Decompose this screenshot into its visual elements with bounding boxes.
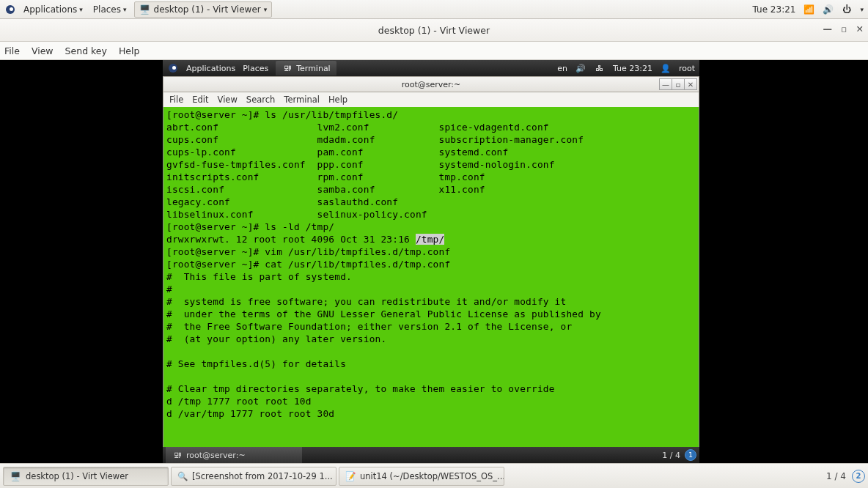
- network-icon[interactable]: 🖧: [594, 62, 606, 74]
- guest-desktop: Applications Places 🖳 Terminal en 🔊 🖧 Tu…: [163, 60, 699, 463]
- image-viewer-icon: 🔍: [177, 470, 188, 482]
- terminal-icon: 🖳: [282, 62, 293, 74]
- guest-taskbar-item[interactable]: 🖳 root@server:~: [166, 447, 302, 463]
- terminal-minimize-button[interactable]: —: [659, 78, 672, 90]
- window-list-label: desktop (1) - Virt Viewer: [154, 4, 261, 15]
- workspace-indicator[interactable]: 1 / 4: [826, 471, 846, 481]
- guest-clock[interactable]: Tue 23:21: [613, 64, 652, 73]
- workspace-indicator[interactable]: 1 / 4: [662, 451, 680, 460]
- menu-sendkey[interactable]: Send key: [65, 45, 107, 56]
- guest-places-menu[interactable]: Places: [243, 64, 268, 73]
- display-icon: 🖥️: [10, 470, 21, 482]
- terminal-maximize-button[interactable]: ▫: [672, 78, 685, 90]
- vm-display-viewport: Applications Places 🖳 Terminal en 🔊 🖧 Tu…: [0, 60, 868, 463]
- virt-viewer-titlebar: desktop (1) - Virt Viewer — ▫ ✕: [0, 19, 868, 42]
- menu-file[interactable]: File: [4, 45, 20, 56]
- term-menu-terminal[interactable]: Terminal: [284, 95, 320, 105]
- host-top-panel: Applications ▾ Places ▾ 🖥️ desktop (1) -…: [0, 0, 868, 19]
- user-icon: 👤: [660, 62, 672, 74]
- term-menu-search[interactable]: Search: [246, 95, 276, 105]
- taskbar-item-virtviewer[interactable]: 🖥️ desktop (1) - Virt Viewer: [3, 467, 169, 486]
- notification-badge[interactable]: 1: [685, 449, 696, 461]
- terminal-title-label: root@server:~: [402, 80, 461, 89]
- taskbar-item-screenshot[interactable]: 🔍 [Screenshot from 2017-10-29 1...: [171, 467, 336, 486]
- notification-badge[interactable]: 2: [852, 470, 865, 483]
- terminal-titlebar: root@server:~ — ▫ ✕: [163, 76, 699, 92]
- taskbar-label: desktop (1) - Virt Viewer: [26, 471, 128, 481]
- menu-help[interactable]: Help: [119, 45, 140, 56]
- text-editor-icon: 📝: [345, 470, 356, 482]
- taskbar-item-editor[interactable]: 📝 unit14 (~/Desktop/WESTOS_OS_...: [339, 467, 504, 486]
- keyboard-layout-label[interactable]: en: [557, 64, 567, 73]
- terminal-icon: 🖳: [172, 449, 183, 461]
- terminal-window: root@server:~ — ▫ ✕ File Edit View Searc…: [163, 76, 699, 450]
- virt-viewer-menubar: File View Send key Help: [0, 42, 868, 60]
- volume-icon[interactable]: 🔊: [575, 62, 586, 74]
- maximize-button[interactable]: ▫: [841, 23, 847, 34]
- clock-label[interactable]: Tue 23:21: [753, 4, 796, 15]
- terminal-menubar: File Edit View Search Terminal Help: [163, 92, 699, 107]
- volume-icon[interactable]: 🔊: [822, 4, 834, 15]
- term-menu-file[interactable]: File: [169, 95, 183, 105]
- guest-bottom-panel: 🖳 root@server:~ 1 / 4 1: [163, 447, 699, 463]
- terminal-close-button[interactable]: ✕: [684, 78, 697, 90]
- guest-top-panel: Applications Places 🖳 Terminal en 🔊 🖧 Tu…: [163, 60, 699, 76]
- window-title: desktop (1) - Virt Viewer: [378, 25, 490, 36]
- term-menu-edit[interactable]: Edit: [192, 95, 208, 105]
- system-menu-caret[interactable]: ▾: [860, 6, 864, 13]
- guest-task-label: Terminal: [296, 64, 331, 73]
- guest-taskbar-label: root@server:~: [186, 451, 246, 460]
- terminal-output[interactable]: [root@server ~]# ls /usr/lib/tmpfiles.d/…: [163, 107, 699, 450]
- taskbar-label: unit14 (~/Desktop/WESTOS_OS_...: [360, 471, 504, 481]
- guest-user-label[interactable]: root: [679, 64, 695, 73]
- applications-menu[interactable]: Applications ▾: [21, 4, 86, 15]
- fedora-logo-icon: [4, 4, 16, 15]
- term-menu-help[interactable]: Help: [328, 95, 347, 105]
- close-button[interactable]: ✕: [856, 23, 864, 34]
- fedora-logo-icon: [167, 62, 179, 74]
- display-icon: 🖥️: [139, 4, 151, 15]
- network-icon[interactable]: 📶: [803, 4, 814, 15]
- power-icon[interactable]: ⏻: [841, 4, 853, 15]
- taskbar-label: [Screenshot from 2017-10-29 1...: [192, 471, 333, 481]
- window-list-item[interactable]: 🖥️ desktop (1) - Virt Viewer ▾: [134, 1, 273, 18]
- menu-view[interactable]: View: [32, 45, 54, 56]
- guest-window-list-item[interactable]: 🖳 Terminal: [276, 61, 336, 75]
- guest-applications-menu[interactable]: Applications: [186, 64, 235, 73]
- places-menu[interactable]: Places ▾: [90, 4, 130, 15]
- host-bottom-panel: 🖥️ desktop (1) - Virt Viewer 🔍 [Screensh…: [0, 463, 868, 488]
- minimize-button[interactable]: —: [823, 23, 833, 34]
- term-menu-view[interactable]: View: [218, 95, 238, 105]
